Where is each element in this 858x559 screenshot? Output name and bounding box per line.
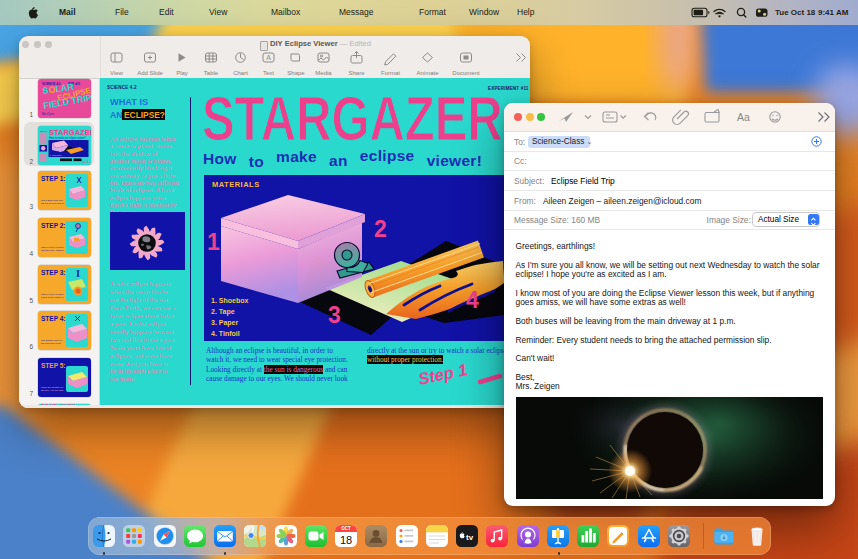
svg-text:4: 4 xyxy=(466,287,479,313)
svg-text:2: 2 xyxy=(374,216,387,242)
svg-text:STEP 1:: STEP 1: xyxy=(41,175,65,182)
svg-text:3. Paper: 3. Paper xyxy=(211,319,239,327)
svg-text:1. Shoebox: 1. Shoebox xyxy=(50,154,63,157)
svg-text:1. Shoebox: 1. Shoebox xyxy=(211,297,248,304)
svg-text:STEP 5:: STEP 5: xyxy=(41,362,65,369)
svg-text:MATERIALS: MATERIALS xyxy=(212,180,260,189)
svg-text:the box. You are now: the box. You are now xyxy=(41,389,64,392)
svg-text:with the hole. Using a: with the hole. Using a xyxy=(41,249,65,252)
svg-text:Mrs Z p.m.: Mrs Z p.m. xyxy=(42,112,55,116)
svg-text:Aa: Aa xyxy=(737,111,750,123)
svg-text:the top on one end of: the top on one end of xyxy=(41,202,64,205)
svg-text:STEP 2:: STEP 2: xyxy=(41,222,65,229)
svg-text:1: 1 xyxy=(207,229,220,255)
svg-text:tv: tv xyxy=(466,532,474,541)
svg-text:WHAT: WHAT xyxy=(40,130,48,133)
svg-text:How to make an eclipse viewer!: How to make an eclipse viewer! xyxy=(49,136,86,140)
svg-text:STEP 3:: STEP 3: xyxy=(41,269,65,276)
svg-text:4. Tinfoil: 4. Tinfoil xyxy=(211,330,240,337)
svg-text:3: 3 xyxy=(328,302,341,328)
svg-text:18: 18 xyxy=(340,533,352,545)
svg-text:the long side of the: the long side of the xyxy=(41,342,62,345)
svg-text:A: A xyxy=(266,54,271,61)
svg-text:paper to the inside of: paper to the inside of xyxy=(41,296,64,299)
svg-text:2. Tape: 2. Tape xyxy=(211,308,235,316)
svg-text:STEP 4:: STEP 4: xyxy=(41,315,65,322)
svg-text:OCT: OCT xyxy=(341,526,351,531)
